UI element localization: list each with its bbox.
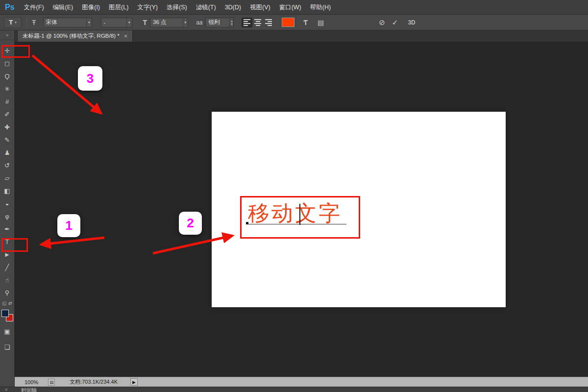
menu-item[interactable]: 图层(L) xyxy=(104,0,133,15)
close-icon[interactable]: × xyxy=(124,32,128,40)
brush-tool[interactable]: ✎ xyxy=(0,133,14,146)
type-tool-icon: T xyxy=(9,19,13,26)
align-center-button[interactable] xyxy=(252,18,263,27)
callout-3: 3 xyxy=(78,66,102,91)
text-align-group xyxy=(242,18,274,27)
menu-bar: Ps 文件(F) 编辑(E) 图像(I) 图层(L) 文字(Y) 选择(S) 滤… xyxy=(0,0,588,15)
marquee-tool[interactable]: ◻ xyxy=(0,57,14,70)
zoom-tool[interactable]: ⚲ xyxy=(0,286,14,299)
menu-item[interactable]: 视图(V) xyxy=(245,0,275,15)
annotation-box-type-tool xyxy=(1,238,28,252)
status-popup-button[interactable]: ▶ xyxy=(130,378,138,386)
align-right-button[interactable] xyxy=(263,18,274,27)
healing-brush-tool[interactable]: ✚ xyxy=(0,121,14,133)
font-family-value: 宋体 xyxy=(44,19,86,26)
align-left-button[interactable] xyxy=(242,18,252,27)
lasso-tool[interactable]: Ϙ xyxy=(0,70,14,82)
anti-alias-value: 锐利 xyxy=(206,19,229,26)
clone-stamp-tool[interactable]: ♟ xyxy=(0,146,14,159)
document-title: 未标题-1 @ 100% (移动文字, RGB/8) * xyxy=(23,32,120,40)
chevron-down-icon[interactable]: ▾ xyxy=(126,18,132,27)
photoshop-logo: Ps xyxy=(5,3,15,12)
annotation-box-move-tool xyxy=(1,45,30,58)
chevron-down-icon[interactable]: ▾ xyxy=(86,18,92,27)
callout-1: 1 xyxy=(57,214,80,237)
hand-tool[interactable]: ☝ xyxy=(0,273,14,286)
timeline-label: 时间轴 xyxy=(21,387,37,392)
stepper-icon[interactable]: ▴▾ xyxy=(229,18,233,27)
align-right-icon xyxy=(265,19,272,26)
3d-label: 3D xyxy=(408,19,415,26)
align-left-icon xyxy=(244,19,250,26)
pen-tool[interactable]: ✒ xyxy=(0,222,14,235)
menu-item[interactable]: 窗口(W) xyxy=(275,0,306,15)
document-tab-strip: 未标题-1 @ 100% (移动文字, RGB/8) * × xyxy=(15,30,588,42)
font-size-value: 36 点 xyxy=(150,19,182,26)
swap-colors-icon[interactable]: ⇄ xyxy=(8,301,12,306)
document-tab[interactable]: 未标题-1 @ 100% (移动文字, RGB/8) * × xyxy=(17,30,133,42)
align-center-icon xyxy=(254,19,261,26)
menu-item[interactable]: 编辑(E) xyxy=(49,0,78,15)
foreground-color-swatch[interactable] xyxy=(1,310,9,317)
menu-item[interactable]: 滤镜(T) xyxy=(192,0,220,15)
chevron-down-icon[interactable]: ▾ xyxy=(183,18,188,27)
font-size-icon: T xyxy=(143,19,147,26)
quick-mask-icon[interactable]: ▣ xyxy=(0,325,14,337)
history-brush-tool[interactable]: ↺ xyxy=(0,159,14,172)
blur-tool[interactable]: ◒ xyxy=(0,197,14,210)
menu-item[interactable]: 帮助(H) xyxy=(306,0,335,15)
font-style-value: - xyxy=(101,20,126,25)
eyedropper-tool[interactable]: ✐ xyxy=(0,108,14,121)
screen-mode-icon[interactable]: ❏ xyxy=(0,341,14,353)
magic-wand-tool[interactable]: ✳ xyxy=(0,82,14,95)
line-tool[interactable]: ╱ xyxy=(0,261,14,273)
anti-alias-icon: aa xyxy=(196,19,202,26)
gradient-tool[interactable]: ◧ xyxy=(0,184,14,197)
menu-item[interactable]: 图像(I) xyxy=(77,0,104,15)
document-size-info: 文档:703.1K/234.4K xyxy=(70,378,118,386)
anti-alias-select[interactable]: 锐利 ▴▾ xyxy=(205,18,234,27)
status-menu-icon[interactable]: ▤ xyxy=(48,379,55,386)
menu-item[interactable]: 选择(S) xyxy=(162,0,192,15)
font-size-select[interactable]: 36 点 ▾ xyxy=(150,18,188,27)
font-family-select[interactable]: 宋体 ▾ xyxy=(43,18,92,27)
default-colors-icon[interactable]: ◱ xyxy=(2,301,6,306)
status-bar: 100% ▤ 文档:703.1K/234.4K ▶ xyxy=(15,377,588,387)
menu-items: 文件(F) 编辑(E) 图像(I) 图层(L) 文字(Y) 选择(S) 滤镜(T… xyxy=(20,0,336,15)
text-orientation-icon[interactable]: Ŧ xyxy=(32,19,36,26)
menu-item[interactable]: 3D(D) xyxy=(220,0,245,15)
tool-preset-picker[interactable]: T ▾ xyxy=(4,17,22,28)
options-bar: T ▾ Ŧ 宋体 ▾ - ▾ T 36 点 ▾ aa 锐利 ▴▾ xyxy=(0,15,588,30)
zoom-level[interactable]: 100% xyxy=(24,379,38,385)
photoshop-window: Ps 文件(F) 编辑(E) 图像(I) 图层(L) 文字(Y) 选择(S) 滤… xyxy=(0,0,588,392)
text-color-swatch[interactable] xyxy=(282,18,294,27)
color-swatches xyxy=(1,310,13,321)
commit-edits-button[interactable]: ✓ xyxy=(392,18,398,27)
menu-item[interactable]: 文字(Y) xyxy=(133,0,162,15)
timeline-panel-strip[interactable]: ≡ 时间轴 xyxy=(0,387,588,392)
cancel-edits-button[interactable]: ⊘ xyxy=(379,18,385,27)
panel-menu-icon: ≡ xyxy=(5,387,7,392)
menu-item[interactable]: 文件(F) xyxy=(20,0,49,15)
font-style-select[interactable]: - ▾ xyxy=(101,18,132,27)
eraser-tool[interactable]: ▱ xyxy=(0,172,14,184)
crop-tool[interactable]: # xyxy=(0,95,14,108)
tool-list: ✛ ◻ Ϙ ✳ # ✐ ✚ ✎ ♟ ↺ ▱ ◧ xyxy=(0,44,14,299)
color-mini-controls: ◱ ⇄ xyxy=(0,301,14,306)
separator xyxy=(26,17,27,28)
callout-2: 2 xyxy=(179,212,202,235)
collapse-panel-icon[interactable]: » xyxy=(0,30,14,40)
annotation-box-canvas-text xyxy=(240,196,360,239)
tools-panel: » ✛ ◻ Ϙ ✳ # ✐ ✚ ✎ ♟ ↺ ▱ xyxy=(0,30,15,387)
warp-text-icon[interactable]: Ƭ xyxy=(303,19,308,26)
chevron-down-icon: ▾ xyxy=(15,21,17,24)
toggle-panels-icon[interactable]: ▤ xyxy=(318,19,324,26)
dodge-tool[interactable]: φ xyxy=(0,210,14,222)
